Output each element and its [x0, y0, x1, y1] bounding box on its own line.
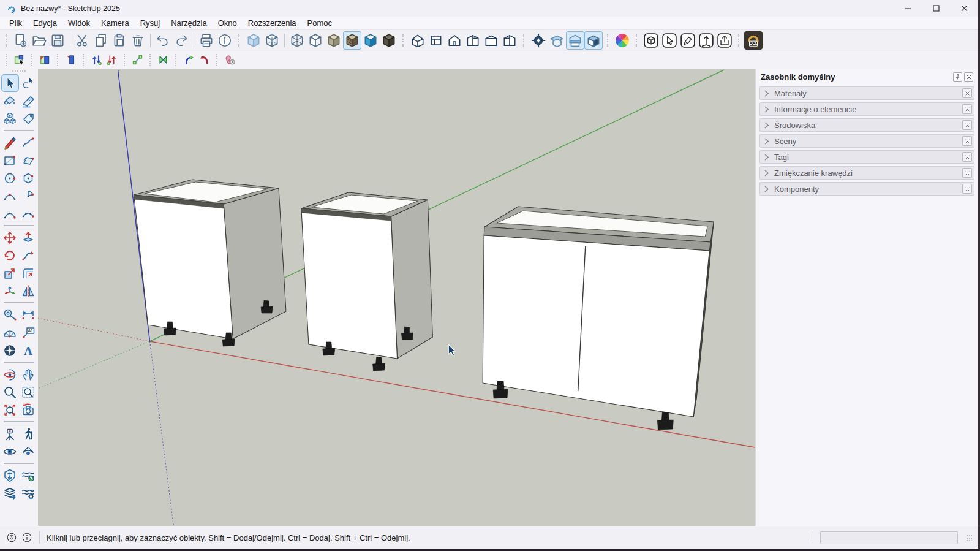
move-axes-button[interactable]	[697, 31, 715, 50]
zoom-window-tool-button[interactable]	[20, 383, 37, 401]
cabinet-2[interactable]	[301, 192, 432, 371]
model-info-button[interactable]	[216, 31, 234, 50]
tray-section-zmiekczanie[interactable]: Zmiękczanie krawędzi	[760, 166, 974, 180]
scale-tool-button[interactable]	[1, 264, 19, 282]
monochrome-button[interactable]	[361, 31, 380, 50]
orbit-tool-button[interactable]	[1, 365, 19, 383]
menu-kamera[interactable]: Kamera	[96, 18, 135, 28]
back-edges-button[interactable]	[263, 31, 281, 50]
move-tool-button[interactable]	[1, 229, 19, 246]
toolbar-grip[interactable]	[636, 34, 639, 47]
follow-me-tool-button[interactable]	[20, 246, 37, 264]
position-camera-tool-button[interactable]	[1, 425, 19, 443]
section-close-button[interactable]	[962, 104, 972, 114]
paste-button[interactable]	[110, 31, 129, 50]
section-compass-button[interactable]	[529, 31, 548, 50]
front-view-button[interactable]	[445, 31, 464, 50]
toolbar-grip[interactable]	[83, 54, 86, 66]
zoom-tool-button[interactable]	[1, 383, 19, 401]
select-arrow-button[interactable]	[660, 31, 679, 50]
section-close-button[interactable]	[962, 120, 972, 130]
curve-red-button[interactable]	[197, 53, 212, 67]
history-pink-button[interactable]	[222, 53, 238, 67]
tray-close-button[interactable]	[964, 72, 973, 82]
face-mark-button[interactable]	[37, 53, 53, 67]
section-close-button[interactable]	[962, 152, 972, 162]
hidden-line-button[interactable]	[306, 31, 325, 50]
select-tool-button[interactable]	[1, 74, 19, 92]
arc-tool-button[interactable]	[1, 205, 19, 222]
rotate-tool-button[interactable]	[1, 246, 19, 264]
axes-tool-button[interactable]	[1, 341, 19, 359]
measurements-input[interactable]	[820, 531, 958, 544]
box-edit-button[interactable]	[642, 31, 660, 50]
tray-section-komponenty[interactable]: Komponenty	[760, 182, 974, 196]
toolbar-grip[interactable]	[738, 34, 741, 47]
push-pull-tool-button[interactable]	[20, 229, 37, 246]
export-share-button[interactable]	[715, 31, 734, 50]
curve-blue-button[interactable]	[181, 53, 197, 67]
offset-tool-button[interactable]	[20, 264, 37, 282]
pie-tool-button[interactable]	[20, 187, 37, 205]
tray-section-informacje[interactable]: Informacje o elemencie	[760, 102, 974, 116]
new-button[interactable]	[12, 31, 30, 50]
toolbar-grip[interactable]	[402, 34, 405, 47]
print-button[interactable]	[197, 31, 216, 50]
axes-star-tool-button[interactable]	[1, 282, 19, 300]
palette-grip[interactable]	[12, 70, 26, 73]
arrows-up-down-blue-button[interactable]	[89, 53, 104, 67]
save-button[interactable]	[48, 31, 67, 50]
previous-view-tool-button[interactable]	[20, 401, 37, 419]
toolbar-grip[interactable]	[175, 54, 178, 66]
menu-narzedzia[interactable]: Narzędzia	[165, 18, 213, 28]
model-info-status-icon[interactable]	[21, 532, 32, 543]
menu-rozszerzenia[interactable]: Rozszerzenia	[243, 18, 302, 28]
tray-pin-button[interactable]	[953, 72, 962, 82]
wireframe-button[interactable]	[288, 31, 306, 50]
pan-tool-button[interactable]	[20, 365, 37, 383]
field-of-view-tool-button[interactable]	[20, 443, 37, 460]
display-section-cuts-button[interactable]	[584, 31, 603, 50]
minimize-button[interactable]	[894, 0, 922, 17]
three-point-arc-tool-button[interactable]	[20, 205, 37, 222]
panel-side-button[interactable]	[63, 53, 78, 67]
face-select-button[interactable]	[12, 53, 27, 67]
text-tool-button[interactable]: A1	[20, 324, 37, 341]
toolbar-grip[interactable]	[238, 34, 241, 47]
toolbar-grip[interactable]	[607, 34, 610, 47]
copy-button[interactable]	[92, 31, 110, 50]
toolbar-grip[interactable]	[149, 54, 153, 66]
section-close-button[interactable]	[962, 168, 972, 178]
toolbar-grip[interactable]	[124, 54, 127, 66]
undo-button[interactable]	[154, 31, 172, 50]
geolocation-icon[interactable]	[6, 532, 17, 543]
dimensions-tool-button[interactable]	[20, 306, 37, 324]
toolbar-grip[interactable]	[6, 54, 9, 66]
cut-button[interactable]	[74, 31, 92, 50]
section-close-button[interactable]	[962, 88, 972, 98]
xray-button[interactable]	[244, 31, 263, 50]
shaded-button[interactable]	[325, 31, 343, 50]
close-button[interactable]	[950, 0, 978, 17]
protractor-tool-button[interactable]	[1, 324, 19, 341]
3d-text-tool-button[interactable]: A	[20, 341, 37, 359]
iso-view-button[interactable]	[409, 31, 427, 50]
open-button[interactable]	[30, 31, 48, 50]
color-wheel-button[interactable]	[613, 31, 631, 50]
opencutlist-button[interactable]: OCL	[744, 31, 763, 50]
share-model-tool-button[interactable]	[1, 484, 19, 502]
walk-tool-button[interactable]	[20, 425, 37, 443]
tray-section-materialy[interactable]: Materiały	[760, 86, 974, 100]
flip-along-tool-button[interactable]	[20, 282, 37, 300]
top-view-button[interactable]	[427, 31, 445, 50]
extension-manager-tool-button[interactable]	[20, 484, 37, 502]
redo-button[interactable]	[172, 31, 190, 50]
toolbar-grip[interactable]	[57, 54, 60, 66]
rotated-rectangle-tool-button[interactable]	[20, 151, 37, 169]
viewport[interactable]	[38, 69, 755, 526]
toolbar-grip[interactable]	[6, 34, 9, 47]
maximize-button[interactable]	[922, 0, 950, 17]
resize-grip[interactable]	[966, 534, 972, 541]
arrows-up-down-red-button[interactable]	[104, 53, 119, 67]
back-view-button[interactable]	[482, 31, 500, 50]
